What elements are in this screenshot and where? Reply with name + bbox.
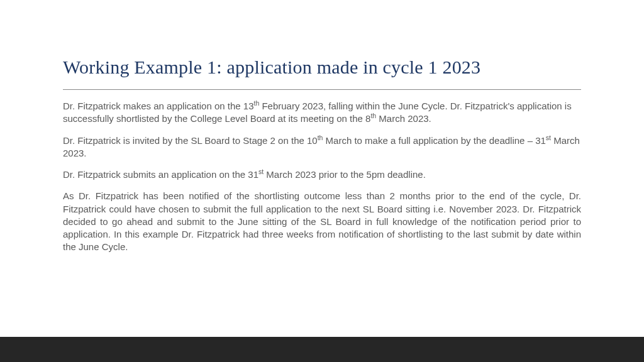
text-run: Dr. Fitzpatrick submits an application o…: [63, 169, 258, 180]
body-paragraph: Dr. Fitzpatrick makes an application on …: [63, 100, 581, 126]
text-run: March 2023 prior to the 5pm deadline.: [264, 169, 426, 180]
title-divider: [63, 89, 581, 90]
body-paragraph: Dr. Fitzpatrick is invited by the SL Boa…: [63, 134, 581, 160]
footer-bar: [0, 337, 644, 362]
text-run: March to make a full application by the …: [323, 135, 545, 146]
ordinal-superscript: th: [254, 99, 260, 107]
text-run: As Dr. Fitzpatrick has been notified of …: [63, 190, 581, 252]
slide-container: Working Example 1: application made in c…: [0, 0, 644, 362]
ordinal-superscript: st: [546, 134, 551, 141]
ordinal-superscript: st: [258, 168, 264, 175]
slide-body: Dr. Fitzpatrick makes an application on …: [63, 100, 581, 254]
ordinal-superscript: th: [370, 112, 376, 119]
body-paragraph: Dr. Fitzpatrick submits an application o…: [63, 168, 581, 181]
body-paragraph: As Dr. Fitzpatrick has been notified of …: [63, 190, 581, 253]
text-run: Dr. Fitzpatrick is invited by the SL Boa…: [63, 135, 318, 146]
slide-title: Working Example 1: application made in c…: [63, 57, 581, 78]
text-run: Dr. Fitzpatrick makes an application on …: [63, 101, 254, 111]
text-run: March 2023.: [376, 113, 431, 124]
